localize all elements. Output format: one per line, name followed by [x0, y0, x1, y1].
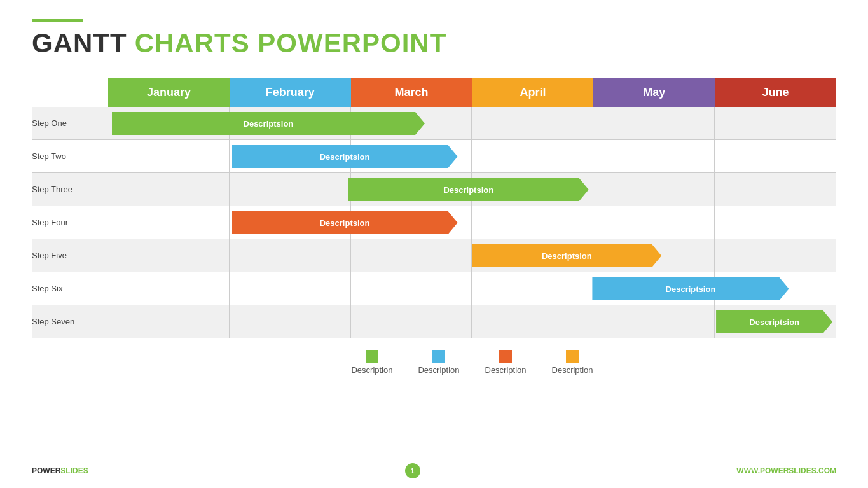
cell-2-6: [715, 140, 836, 172]
legend-label-4: Description: [552, 365, 593, 375]
legend-label-2: Description: [418, 365, 459, 375]
legend-label-3: Description: [485, 365, 527, 375]
bar-step-one: Descriptsion: [112, 112, 425, 135]
footer-line-right: [430, 471, 727, 471]
month-february: February: [230, 78, 351, 107]
cell-7-3: [351, 305, 472, 338]
step-label-3: Step Three: [32, 173, 108, 206]
cell-2-4: [472, 140, 593, 172]
row-2: Descriptsion: [108, 140, 836, 173]
cell-1-5: [593, 107, 715, 139]
title-gantt: GANTT: [32, 28, 127, 59]
cell-1-6: [715, 107, 836, 139]
page-container: GANTT CHARTS POWERPOINT Step One Step Tw…: [0, 0, 868, 488]
footer: POWERSLIDES 1 WWW.POWERSLIDES.COM: [32, 463, 836, 478]
step-label-2: Step Two: [32, 140, 108, 173]
step-label-4: Step Four: [32, 206, 108, 239]
row-6: Descriptsion: [108, 272, 836, 305]
cell-3-2: [230, 173, 351, 206]
month-april: April: [472, 78, 593, 107]
cell-3-5: [593, 173, 715, 206]
title-rest: CHARTS POWERPOINT: [135, 28, 447, 59]
row-7: Descriptsion: [108, 305, 836, 338]
cell-2-5: [593, 140, 715, 172]
row-5: Descriptsion: [108, 239, 836, 272]
grid-area: January February March April May June De…: [108, 78, 836, 338]
legend-color-4: [566, 350, 579, 363]
cell-7-4: [472, 305, 593, 338]
month-january: January: [108, 78, 230, 107]
step-label-6: Step Six: [32, 272, 108, 305]
cell-7-2: [230, 305, 351, 338]
cell-5-1: [108, 239, 230, 272]
bar-step-four: Descriptsion: [232, 211, 458, 234]
legend-label-1: Description: [351, 365, 392, 375]
cell-6-2: [230, 272, 351, 305]
bar-step-six: Descriptsion: [592, 277, 789, 300]
cell-3-6: [715, 173, 836, 206]
legend-item-1: Description: [351, 350, 392, 375]
footer-power: POWER: [32, 466, 60, 475]
footer-branding: POWERSLIDES: [32, 466, 88, 475]
row-3: Descriptsion: [108, 173, 836, 206]
cell-3-1: [108, 173, 230, 206]
cell-2-1: [108, 140, 230, 172]
bar-step-three: Descriptsion: [348, 178, 589, 201]
title-row: GANTT CHARTS POWERPOINT: [32, 28, 836, 59]
month-june: June: [715, 78, 836, 107]
cell-5-3: [351, 239, 472, 272]
cell-4-5: [593, 206, 715, 239]
cell-6-1: [108, 272, 230, 305]
cell-7-1: [108, 305, 230, 338]
legend-color-1: [366, 350, 378, 363]
legend-item-4: Description: [552, 350, 593, 375]
row-4: Descriptsion: [108, 206, 836, 239]
step-labels-col: Step One Step Two Step Three Step Four S…: [32, 78, 108, 338]
legend-item-2: Description: [418, 350, 459, 375]
month-may: May: [593, 78, 715, 107]
footer-website: WWW.POWERSLIDES.COM: [736, 466, 836, 475]
chart-area: Step One Step Two Step Three Step Four S…: [32, 78, 836, 338]
bar-step-five: Descriptsion: [472, 244, 662, 267]
month-spacer: [32, 78, 108, 107]
row-1: Descriptsion: [108, 107, 836, 140]
footer-slides: SLIDES: [60, 466, 88, 475]
legend: Description Description Description Desc…: [108, 350, 836, 375]
cell-6-3: [351, 272, 472, 305]
cell-6-4: [472, 272, 593, 305]
cell-5-2: [230, 239, 351, 272]
cell-7-5: [593, 305, 715, 338]
bar-step-seven: Descriptsion: [716, 310, 832, 333]
legend-item-3: Description: [485, 350, 527, 375]
month-march: March: [351, 78, 472, 107]
months-row: January February March April May June: [108, 78, 836, 107]
cell-1-4: [472, 107, 593, 139]
legend-color-3: [499, 350, 512, 363]
cell-5-6: [715, 239, 836, 272]
footer-line-left: [98, 471, 396, 471]
step-label-5: Step Five: [32, 239, 108, 272]
bar-step-two: Descriptsion: [232, 145, 458, 168]
cell-4-6: [715, 206, 836, 239]
header-accent: [32, 19, 83, 22]
step-label-7: Step Seven: [32, 305, 108, 338]
footer-badge: 1: [405, 463, 420, 478]
cell-4-4: [472, 206, 593, 239]
cell-4-1: [108, 206, 230, 239]
step-label-1: Step One: [32, 107, 108, 140]
legend-color-2: [432, 350, 445, 363]
